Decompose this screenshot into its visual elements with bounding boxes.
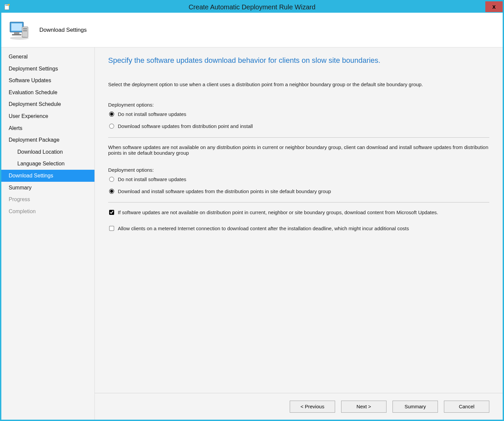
wizard-window: Create Automatic Deployment Rule Wizard …	[0, 0, 504, 421]
radio-do-not-install-2[interactable]	[109, 177, 114, 182]
window-title: Create Automatic Deployment Rule Wizard	[1, 3, 503, 11]
section2-option-0[interactable]: Do not install software updates	[108, 176, 489, 183]
sidebar-item-summary[interactable]: Summary	[1, 182, 94, 194]
sidebar-item-progress: Progress	[1, 193, 94, 205]
checkbox-metered-row[interactable]: Allow clients on a metered Internet conn…	[108, 225, 489, 232]
svg-point-10	[10, 36, 29, 40]
sidebar-item-deployment-package[interactable]: Deployment Package	[1, 134, 94, 146]
content-heading: Specify the software updates download be…	[108, 56, 489, 65]
radio-label[interactable]: Download and install software updates fr…	[118, 188, 331, 195]
sidebar-item-alerts[interactable]: Alerts	[1, 122, 94, 134]
next-button[interactable]: Next >	[341, 401, 387, 413]
wizard-steps-sidebar: GeneralDeployment SettingsSoftware Updat…	[1, 47, 95, 420]
checkbox-ms-updates[interactable]	[109, 210, 114, 215]
sidebar-item-evaluation-schedule[interactable]: Evaluation Schedule	[1, 87, 94, 99]
sidebar-item-general[interactable]: General	[1, 51, 94, 63]
app-icon	[3, 2, 12, 12]
radio-label[interactable]: Download software updates from distribut…	[118, 123, 253, 130]
svg-rect-4	[11, 23, 22, 31]
close-button[interactable]: x	[485, 1, 503, 12]
header-band: Download Settings	[1, 13, 503, 47]
close-icon: x	[492, 3, 496, 10]
radio-label[interactable]: Do not install software updates	[118, 111, 186, 118]
page-title: Download Settings	[39, 27, 87, 33]
separator	[108, 137, 489, 138]
title-bar: Create Automatic Deployment Rule Wizard …	[1, 1, 503, 13]
checkbox-label[interactable]: If software updates are not available on…	[118, 209, 438, 216]
section1-option-0[interactable]: Do not install software updates	[108, 111, 489, 118]
svg-rect-5	[14, 32, 19, 34]
svg-rect-6	[12, 34, 21, 35]
body: GeneralDeployment SettingsSoftware Updat…	[1, 47, 503, 420]
checkbox-metered[interactable]	[109, 226, 114, 231]
main-panel: Specify the software updates download be…	[95, 47, 503, 420]
section2-label: Deployment options:	[108, 167, 489, 173]
content-area: Specify the software updates download be…	[95, 47, 503, 393]
checkbox-label[interactable]: Allow clients on a metered Internet conn…	[118, 225, 409, 232]
sidebar-item-software-updates[interactable]: Software Updates	[1, 75, 94, 87]
sidebar-item-completion: Completion	[1, 205, 94, 218]
svg-rect-8	[23, 28, 27, 29]
section2-instruction: When software updates are not available …	[108, 144, 489, 156]
sidebar-item-deployment-schedule[interactable]: Deployment Schedule	[1, 98, 94, 110]
radio-download-install-1[interactable]	[109, 124, 114, 129]
previous-button[interactable]: < Previous	[290, 401, 335, 413]
section1-option-1[interactable]: Download software updates from distribut…	[108, 123, 489, 130]
checkbox-ms-updates-row[interactable]: If software updates are not available on…	[108, 209, 489, 216]
wizard-computer-icon	[7, 18, 31, 42]
sidebar-item-deployment-settings[interactable]: Deployment Settings	[1, 63, 94, 75]
section1-instruction: Select the deployment option to use when…	[108, 82, 489, 87]
radio-label[interactable]: Do not install software updates	[118, 176, 186, 183]
radio-download-install-2[interactable]	[109, 189, 114, 194]
section1-label: Deployment options:	[108, 102, 489, 108]
summary-button[interactable]: Summary	[393, 401, 438, 413]
sidebar-item-download-location[interactable]: Download Location	[1, 146, 94, 158]
cancel-button[interactable]: Cancel	[444, 401, 489, 413]
svg-rect-9	[23, 30, 27, 31]
sidebar-item-user-experience[interactable]: User Experience	[1, 110, 94, 122]
separator	[108, 202, 489, 202]
sidebar-item-download-settings[interactable]: Download Settings	[1, 170, 94, 182]
sidebar-item-language-selection[interactable]: Language Selection	[1, 158, 94, 170]
section2-option-1[interactable]: Download and install software updates fr…	[108, 188, 489, 195]
radio-do-not-install-1[interactable]	[109, 112, 114, 117]
wizard-footer: < Previous Next > Summary Cancel	[95, 393, 503, 420]
